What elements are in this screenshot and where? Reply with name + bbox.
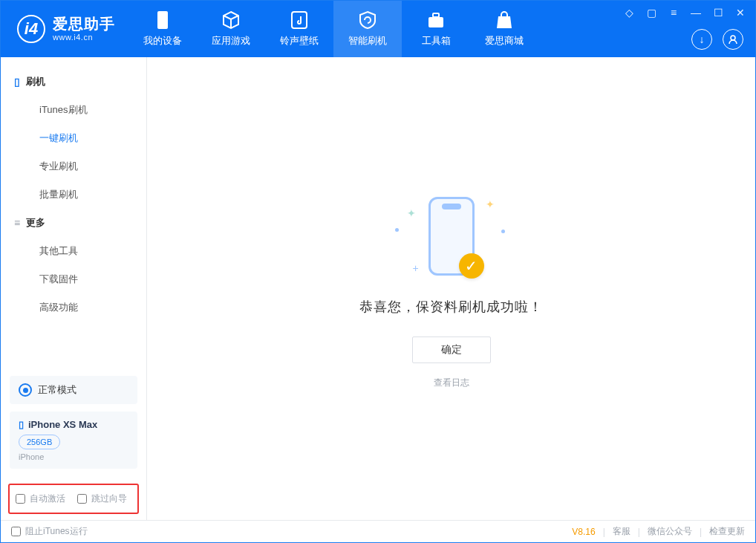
device-name: iPhone XS Max	[28, 419, 97, 430]
tshirt-icon[interactable]: ◇	[623, 7, 635, 19]
footer-link-update[interactable]: 检查更新	[709, 525, 745, 538]
svg-rect-0	[157, 11, 168, 29]
tab-toolbox[interactable]: 工具箱	[402, 1, 470, 57]
download-button[interactable]: ↓	[691, 29, 712, 50]
version-text: V8.16	[572, 527, 595, 537]
sidebar-item-advanced[interactable]: 高级功能	[1, 293, 146, 322]
sidebar-section-more: ≡ 更多	[1, 209, 146, 237]
tab-label: 应用游戏	[212, 34, 250, 48]
app-title: 爱思助手	[53, 16, 115, 33]
app-url: www.i4.cn	[53, 33, 115, 42]
device-type: iPhone	[19, 452, 128, 461]
svg-rect-3	[433, 13, 439, 17]
refresh-shield-icon	[358, 10, 377, 30]
sidebar-item-pro-flash[interactable]: 专业刷机	[1, 152, 146, 181]
tab-label: 我的设备	[143, 34, 182, 48]
menu-icon[interactable]: ≡	[668, 7, 680, 19]
tab-smart-flash[interactable]: 智能刷机	[333, 1, 402, 57]
maximize-button[interactable]: ☐	[712, 7, 724, 19]
auto-activate-input[interactable]	[16, 494, 25, 504]
success-illustration: ✦ ✦ + ✓	[392, 188, 511, 284]
feedback-icon[interactable]: ▢	[645, 7, 657, 19]
footer-link-support[interactable]: 客服	[613, 525, 630, 538]
toolbox-icon	[426, 10, 446, 30]
dot-icon	[501, 230, 505, 233]
shopping-bag-icon	[495, 10, 514, 30]
svg-rect-2	[428, 17, 443, 27]
sidebar-item-itunes-flash[interactable]: iTunes刷机	[1, 96, 146, 124]
list-glyph-icon: ≡	[14, 217, 20, 229]
status-dot-icon	[19, 383, 32, 397]
tab-label: 工具箱	[422, 34, 451, 48]
check-badge-icon: ✓	[459, 253, 484, 279]
block-itunes-label: 阻止iTunes运行	[25, 525, 88, 538]
highlighted-options-row: 自动激活 跳过向导	[8, 484, 139, 514]
device-mode-card[interactable]: 正常模式	[10, 376, 137, 404]
user-profile-button[interactable]	[723, 29, 743, 50]
sidebar-item-batch-flash[interactable]: 批量刷机	[1, 181, 146, 209]
auto-activate-label: 自动激活	[30, 492, 65, 505]
footer-link-wechat[interactable]: 微信公众号	[648, 525, 692, 538]
sidebar-section-flash: ▯ 刷机	[1, 68, 146, 96]
block-itunes-checkbox[interactable]: 阻止iTunes运行	[11, 525, 88, 538]
sparkle-icon: ✦	[486, 198, 495, 210]
sidebar-item-other-tools[interactable]: 其他工具	[1, 237, 146, 265]
tab-label: 智能刷机	[348, 34, 387, 48]
tab-label: 铃声壁纸	[280, 34, 319, 48]
tab-apps-games[interactable]: 应用游戏	[197, 1, 265, 57]
phone-glyph-icon: ▯	[14, 76, 20, 88]
tab-ringtones[interactable]: 铃声壁纸	[265, 1, 333, 57]
block-itunes-input[interactable]	[11, 527, 21, 536]
view-log-link[interactable]: 查看日志	[434, 377, 469, 389]
tab-store[interactable]: 爱思商城	[470, 1, 538, 57]
device-info-card[interactable]: ▯ iPhone XS Max 256GB iPhone	[10, 412, 137, 469]
minimize-button[interactable]: —	[690, 7, 702, 19]
separator: |	[603, 527, 605, 537]
skip-guide-label: 跳过向导	[91, 492, 127, 505]
device-mode-text: 正常模式	[38, 383, 76, 397]
app-logo: i4 爱思助手 www.i4.cn	[1, 15, 128, 43]
sparkle-icon: +	[413, 262, 419, 274]
success-message: 恭喜您，保资料刷机成功啦！	[359, 298, 543, 316]
cube-icon	[221, 10, 241, 30]
logo-icon: i4	[17, 15, 45, 43]
skip-guide-input[interactable]	[77, 494, 87, 504]
tab-my-device[interactable]: 我的设备	[128, 1, 197, 57]
sidebar-item-oneclick-flash[interactable]: 一键刷机	[1, 124, 146, 152]
sidebar-item-download-firmware[interactable]: 下载固件	[1, 265, 146, 293]
close-button[interactable]: ✕	[734, 7, 746, 19]
device-storage-badge: 256GB	[19, 435, 60, 449]
tab-label: 爱思商城	[485, 34, 524, 48]
separator: |	[638, 527, 640, 537]
music-note-icon	[290, 10, 309, 30]
device-icon	[153, 10, 172, 30]
separator: |	[700, 527, 702, 537]
svg-point-4	[731, 36, 735, 40]
phone-small-icon: ▯	[19, 419, 24, 430]
sidebar-section-title: 刷机	[26, 75, 45, 88]
sparkle-icon: ✦	[407, 207, 416, 219]
skip-guide-checkbox[interactable]: 跳过向导	[77, 492, 127, 505]
confirm-button[interactable]: 确定	[412, 336, 491, 363]
sidebar-section-title: 更多	[26, 216, 45, 230]
dot-icon	[395, 228, 399, 232]
auto-activate-checkbox[interactable]: 自动激活	[16, 492, 65, 505]
